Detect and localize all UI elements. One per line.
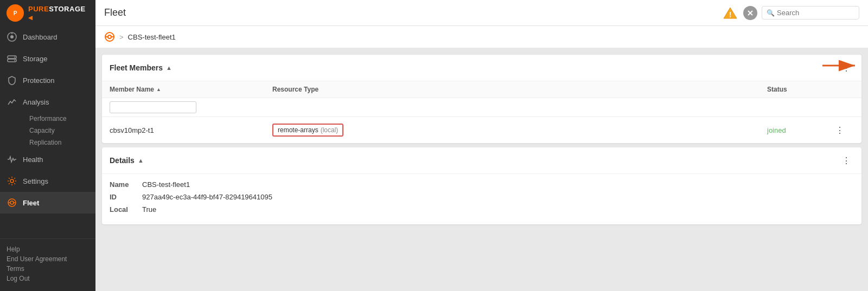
- sidebar-item-label: Storage: [23, 55, 48, 63]
- sidebar-item-label: Health: [23, 156, 43, 164]
- sidebar-nav: Dashboard Storage Protection: [0, 26, 95, 238]
- dashboard-icon: [7, 31, 17, 42]
- svg-point-7: [14, 57, 15, 58]
- sidebar-item-label: Fleet: [23, 199, 39, 207]
- detail-id-row: ID 927aa49c-ec3a-44f9-bf47-829419641095: [110, 193, 854, 201]
- sidebar-item-label: Settings: [23, 177, 48, 185]
- eua-link[interactable]: End User Agreement: [7, 255, 89, 263]
- main-area: Fleet ! 🔍: [95, 0, 868, 291]
- col-header-member-name[interactable]: Member Name: [110, 86, 272, 93]
- col-header-resource-type[interactable]: Resource Type: [272, 86, 767, 93]
- sidebar-item-label: Analysis: [23, 98, 49, 106]
- fleet-members-table: Member Name Resource Type Status: [102, 81, 861, 143]
- sidebar-item-storage[interactable]: Storage: [0, 48, 95, 69]
- warning-button[interactable]: !: [722, 4, 739, 22]
- table-row: cbsv10mp2-t1 remote-arrays (local) joine…: [102, 117, 861, 143]
- resource-type-badge: remote-arrays (local): [272, 124, 343, 137]
- search-icon: 🔍: [767, 9, 775, 17]
- svg-point-3: [10, 35, 14, 38]
- settings-icon: [7, 176, 17, 186]
- svg-text:!: !: [729, 10, 732, 19]
- sidebar-item-dashboard[interactable]: Dashboard: [0, 26, 95, 48]
- details-actions: ⋮: [839, 153, 854, 168]
- col-header-status[interactable]: Status: [767, 86, 832, 93]
- sidebar-item-performance[interactable]: Performance: [23, 113, 95, 125]
- fleet-members-panel: Fleet Members ▲ ⋮ Member Name Resource T…: [102, 55, 861, 143]
- search-box[interactable]: 🔍: [762, 6, 859, 20]
- sidebar-item-protection[interactable]: Protection: [0, 69, 95, 91]
- fleet-members-header: Fleet Members ▲ ⋮: [102, 55, 861, 81]
- detail-local-row: Local True: [110, 205, 854, 214]
- table-header: Member Name Resource Type Status: [102, 81, 861, 98]
- sidebar-item-settings[interactable]: Settings: [0, 170, 95, 192]
- breadcrumb-separator: >: [119, 33, 124, 41]
- close-icon: [747, 10, 754, 16]
- details-content: Name CBS-test-fleet1 ID 927aa49c-ec3a-44…: [102, 174, 861, 224]
- member-name-filter[interactable]: [110, 101, 196, 113]
- cell-member-name: cbsv10mp2-t1: [110, 126, 272, 134]
- col-header-actions: [832, 86, 854, 93]
- sidebar-item-label: Dashboard: [23, 33, 58, 41]
- detail-name-row: Name CBS-test-fleet1: [110, 180, 854, 189]
- cell-status: joined: [767, 126, 832, 134]
- health-icon: [7, 154, 17, 165]
- sidebar-item-label: Protection: [23, 76, 55, 85]
- analysis-icon: [7, 96, 17, 107]
- svg-point-9: [10, 179, 14, 183]
- logo-text: PURESTORAGE ◀: [28, 5, 89, 21]
- logo[interactable]: P PURESTORAGE ◀: [0, 0, 95, 26]
- close-button[interactable]: [743, 6, 757, 20]
- fleet-icon: [7, 197, 17, 208]
- sidebar-item-replication[interactable]: Replication: [23, 137, 95, 148]
- content-area: Fleet Members ▲ ⋮ Member Name Resource T…: [95, 48, 868, 291]
- breadcrumb: > CBS-test-fleet1: [95, 26, 868, 48]
- breadcrumb-fleet-icon: [104, 31, 115, 42]
- sidebar-item-analysis[interactable]: Analysis: [0, 91, 95, 113]
- row-menu-button[interactable]: ⋮: [832, 122, 847, 138]
- search-input[interactable]: [777, 9, 854, 17]
- details-header: Details ▲ ⋮: [102, 147, 861, 174]
- sidebar-item-health[interactable]: Health: [0, 148, 95, 170]
- table-filter-row: [102, 98, 861, 117]
- help-link[interactable]: Help: [7, 245, 89, 253]
- cell-resource-type: remote-arrays (local): [272, 124, 767, 137]
- breadcrumb-current: CBS-test-fleet1: [128, 33, 176, 41]
- sidebar-item-fleet[interactable]: Fleet: [0, 192, 95, 214]
- svg-point-11: [10, 201, 14, 204]
- chevron-up-icon: ▲: [166, 64, 172, 71]
- terms-link[interactable]: Terms: [7, 265, 89, 273]
- svg-point-8: [14, 60, 15, 61]
- svg-text:P: P: [14, 10, 17, 16]
- logout-link[interactable]: Log Out: [7, 275, 89, 282]
- topbar-actions: ! 🔍: [722, 4, 859, 22]
- details-panel: Details ▲ ⋮ Name CBS-test-fleet1 ID 927a…: [102, 147, 861, 224]
- svg-point-19: [108, 35, 111, 38]
- pointer-arrow-annotation: [822, 56, 866, 77]
- topbar: Fleet ! 🔍: [95, 0, 868, 26]
- sidebar-footer: Help End User Agreement Terms Log Out: [0, 238, 95, 291]
- warning-icon: !: [723, 6, 737, 20]
- details-title: Details ▲: [110, 156, 144, 165]
- cell-row-actions: ⋮: [832, 122, 854, 138]
- details-menu-button[interactable]: ⋮: [839, 153, 854, 168]
- details-chevron-icon: ▲: [138, 157, 144, 164]
- storage-icon: [7, 53, 17, 64]
- page-title: Fleet: [104, 7, 126, 18]
- sidebar-item-capacity[interactable]: Capacity: [23, 125, 95, 137]
- fleet-members-title: Fleet Members ▲: [110, 63, 172, 72]
- sidebar-analysis-subnav: Performance Capacity Replication: [0, 113, 95, 148]
- logo-icon: P: [7, 4, 24, 22]
- protection-icon: [7, 75, 17, 86]
- sidebar: P PURESTORAGE ◀ Dashboard: [0, 0, 95, 291]
